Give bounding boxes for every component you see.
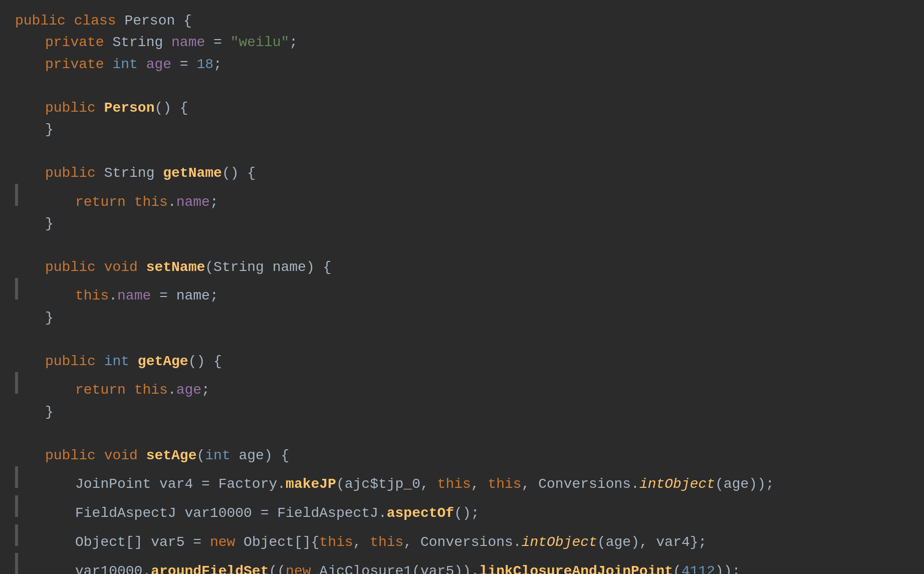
token-number: 4112	[681, 560, 715, 574]
code-line	[15, 423, 924, 444]
token-punct: }	[45, 307, 54, 329]
token-number: 18	[196, 54, 213, 75]
token-punct: (	[715, 473, 724, 495]
token-method: getAge	[138, 351, 188, 372]
token-punct: ;	[210, 285, 218, 307]
token-field: age	[146, 54, 180, 75]
code-line: }	[15, 401, 924, 423]
token-field: name	[176, 191, 210, 213]
code-line: public String getName() {	[15, 162, 924, 184]
token-classname: Person	[124, 10, 183, 32]
token-punct: =	[201, 473, 218, 495]
token-field: name	[171, 32, 213, 53]
token-type: Conversions	[420, 531, 513, 553]
token-punct: ;	[201, 379, 210, 401]
token-this-kw: this	[370, 531, 403, 553]
token-method: makeJP	[286, 473, 336, 495]
token-punct: (	[412, 560, 420, 574]
code-line: return this.name;	[15, 184, 924, 213]
code-line: public void setName(String name) {	[15, 256, 924, 278]
code-line: JoinPoint var4 = Factory.makeJP(ajc$tjp_…	[15, 466, 924, 495]
code-line	[15, 140, 924, 162]
token-var: ajc$tjp_0	[345, 473, 420, 495]
token-punct: ,	[353, 531, 370, 553]
token-var: var5	[420, 560, 454, 574]
token-this-kw: this	[319, 531, 353, 553]
token-punct: (	[336, 473, 345, 495]
token-type-blue: int	[205, 445, 239, 466]
token-type: Object	[244, 531, 294, 553]
token-punct: =	[261, 502, 278, 524]
token-punct: .	[168, 191, 176, 213]
token-punct: ;	[210, 191, 218, 213]
token-method-italic: intObject	[639, 473, 715, 495]
token-punct: ;	[213, 54, 222, 75]
token-param: age	[239, 445, 264, 466]
token-method: getName	[163, 162, 222, 184]
token-kw: private	[45, 54, 112, 75]
token-punct: =	[180, 54, 197, 75]
token-kw: class	[74, 10, 125, 32]
code-line: public class Person {	[15, 10, 924, 32]
token-punct: ,	[522, 473, 539, 495]
code-line	[15, 329, 924, 350]
token-var: age	[724, 473, 749, 495]
token-punct: .	[168, 379, 176, 401]
code-line	[15, 234, 924, 256]
token-var: var4	[656, 531, 690, 553]
token-punct: ,	[403, 531, 420, 553]
code-line: this.name = name;	[15, 278, 924, 307]
token-punct: ;	[289, 32, 298, 53]
code-editor: public class Person {private String name…	[0, 0, 924, 574]
token-kw: new	[210, 531, 244, 553]
token-punct: }	[45, 401, 54, 423]
token-var: var10000	[184, 502, 260, 524]
token-punct: .	[513, 531, 522, 553]
token-punct: ,	[471, 473, 488, 495]
code-line: private int age = 18;	[15, 54, 924, 75]
token-punct: ,	[420, 473, 437, 495]
token-method: Person	[104, 97, 155, 119]
token-method: setAge	[146, 445, 197, 466]
token-kw: private	[45, 32, 112, 53]
token-this-kw: this	[134, 191, 168, 213]
code-line: return this.age;	[15, 372, 924, 401]
token-kw: new	[286, 560, 319, 574]
token-punct: ();	[454, 502, 479, 524]
token-punct: .	[109, 285, 117, 307]
token-method: aroundFieldSet	[151, 560, 269, 574]
token-punct: (	[205, 256, 213, 278]
token-punct: ) {	[264, 445, 289, 466]
token-punct: ));	[715, 560, 749, 574]
code-line: public int getAge() {	[15, 351, 924, 372]
token-kw: public	[45, 445, 104, 466]
code-line: }	[15, 307, 924, 329]
token-punct: ));	[749, 473, 782, 495]
token-type: AjcClosure1	[319, 560, 412, 574]
token-punct: )).	[454, 560, 479, 574]
token-method-italic: intObject	[522, 531, 597, 553]
token-field: name	[117, 285, 159, 307]
token-string: "weilu"	[230, 32, 290, 53]
token-this-kw: this	[75, 285, 109, 307]
token-type: FieldAspectJ	[75, 502, 184, 524]
code-line: private String name = "weilu";	[15, 32, 924, 53]
token-type: Conversions	[538, 473, 631, 495]
token-punct: ),	[631, 531, 656, 553]
token-punct: () {	[222, 162, 256, 184]
token-var: var4	[159, 473, 201, 495]
code-line: public void setAge(int age) {	[15, 445, 924, 466]
token-punct: ) {	[306, 256, 331, 278]
token-punct: };	[690, 531, 707, 553]
token-punct: []{	[294, 531, 319, 553]
token-field: age	[176, 379, 201, 401]
token-punct: =	[159, 285, 176, 307]
token-type: String	[112, 32, 171, 53]
token-punct: }	[45, 213, 54, 234]
token-punct: () {	[188, 351, 222, 372]
token-punct: .	[277, 473, 286, 495]
code-line: }	[15, 119, 924, 140]
token-param: name	[273, 256, 306, 278]
token-punct: {	[183, 10, 192, 32]
code-line: var10000.aroundFieldSet((new AjcClosure1…	[15, 553, 924, 574]
